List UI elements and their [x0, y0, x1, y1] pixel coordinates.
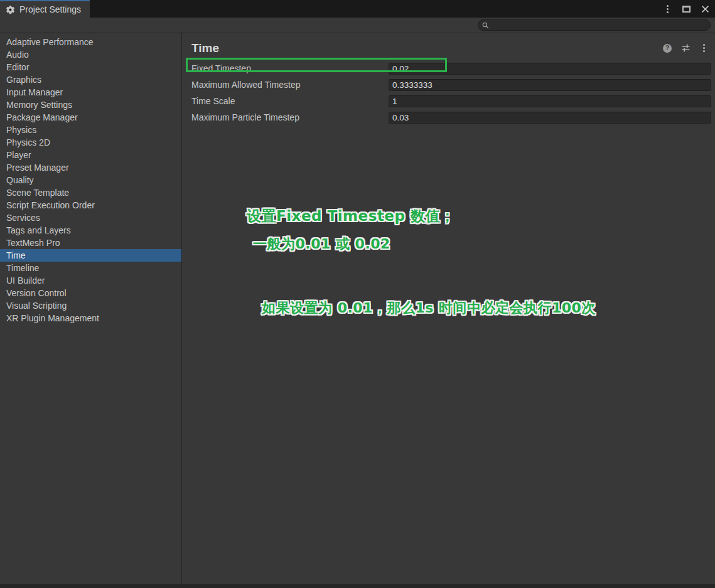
help-icon[interactable]: ?	[662, 43, 672, 53]
sidebar-item-physics-2d[interactable]: Physics 2D	[0, 136, 181, 149]
sidebar-item-tags-and-layers[interactable]: Tags and Layers	[0, 224, 181, 237]
maximum-particle-timestep-input[interactable]	[389, 112, 711, 124]
sidebar-item-label: Script Execution Order	[6, 200, 95, 210]
sidebar-item-adaptive-performance[interactable]: Adaptive Performance	[0, 36, 181, 48]
sidebar-item-scene-template[interactable]: Scene Template	[0, 186, 181, 199]
window-controls	[662, 0, 710, 18]
sidebar-item-memory-settings[interactable]: Memory Settings	[0, 99, 181, 111]
fields-container: Fixed Timestep Maximum Allowed Timestep …	[191, 60, 711, 126]
field-label: Fixed Timestep	[191, 63, 389, 73]
sidebar-item-label: Adaptive Performance	[6, 37, 94, 47]
sidebar-item-label: Tags and Layers	[6, 225, 71, 235]
sidebar-item-preset-manager[interactable]: Preset Manager	[0, 161, 181, 174]
title-bar: Project Settings	[0, 0, 715, 18]
sidebar-item-label: Graphics	[6, 75, 41, 85]
maximize-icon[interactable]	[681, 4, 691, 14]
sidebar-item-label: Preset Manager	[6, 163, 69, 173]
sidebar-item-label: Timeline	[6, 263, 39, 273]
settings-field-row: Maximum Particle Timestep	[191, 109, 711, 126]
sidebar-item-version-control[interactable]: Version Control	[0, 287, 181, 299]
panel-header: Time ?	[191, 33, 711, 60]
sidebar-item-editor[interactable]: Editor	[0, 61, 181, 73]
sidebar-item-audio[interactable]: Audio	[0, 48, 181, 61]
sidebar-item-label: Package Manager	[6, 112, 78, 122]
sidebar-item-visual-scripting[interactable]: Visual Scripting	[0, 299, 181, 312]
sidebar-item-xr-plugin-management[interactable]: XR Plugin Management	[0, 312, 181, 324]
sidebar-item-ui-builder[interactable]: UI Builder	[0, 274, 181, 287]
settings-toolbar	[0, 18, 715, 33]
sidebar-item-label: Editor	[6, 62, 30, 72]
window-title: Project Settings	[19, 4, 81, 14]
close-icon[interactable]	[700, 4, 710, 14]
search-input[interactable]	[492, 21, 706, 29]
sidebar-item-input-manager[interactable]: Input Manager	[0, 86, 181, 99]
window-bottom-edge	[0, 584, 715, 588]
sidebar-item-label: Physics	[6, 125, 36, 135]
tab-project-settings[interactable]: Project Settings	[0, 0, 90, 18]
annotation-execution-explanation: 如果设置为 0.01，那么1s 时间中必定会执行100次	[262, 299, 596, 318]
search-box[interactable]	[478, 19, 711, 31]
fixed-timestep-input[interactable]	[389, 63, 711, 75]
gear-icon	[6, 5, 15, 14]
sidebar-item-textmesh-pro[interactable]: TextMesh Pro	[0, 237, 181, 249]
header-icons: ?	[662, 43, 711, 53]
sidebar-item-player[interactable]: Player	[0, 149, 181, 161]
search-icon	[482, 22, 489, 29]
page-title: Time	[191, 41, 662, 55]
window-menu-kebab-icon[interactable]	[662, 4, 672, 14]
sidebar-item-label: Player	[6, 150, 31, 160]
sidebar-item-label: Version Control	[6, 288, 67, 298]
time-scale-input[interactable]	[389, 95, 711, 107]
sidebar-item-timeline[interactable]: Timeline	[0, 262, 181, 274]
sidebar-item-label: TextMesh Pro	[6, 238, 60, 248]
preset-sliders-icon[interactable]	[680, 43, 691, 53]
sidebar-item-label: XR Plugin Management	[6, 313, 99, 323]
sidebar-item-label: Physics 2D	[6, 137, 50, 147]
annotation-set-fixed-timestep: 设置Fixed Timestep 数值；	[247, 206, 454, 226]
sidebar-item-time[interactable]: Time	[0, 249, 181, 262]
sidebar-item-label: UI Builder	[6, 275, 45, 286]
field-label: Time Scale	[191, 96, 389, 106]
field-label: Maximum Allowed Timestep	[191, 80, 389, 90]
sidebar-item-label: Scene Template	[6, 188, 69, 198]
sidebar-item-label: Visual Scripting	[6, 301, 67, 311]
settings-field-row: Time Scale	[191, 93, 711, 109]
settings-sidebar: Adaptive Performance Audio Editor Graphi…	[0, 33, 182, 584]
sidebar-item-label: Input Manager	[6, 87, 63, 97]
sidebar-item-quality[interactable]: Quality	[0, 174, 181, 186]
sidebar-item-label: Services	[6, 213, 40, 223]
sidebar-item-services[interactable]: Services	[0, 211, 181, 224]
settings-field-row: Maximum Allowed Timestep	[191, 77, 711, 93]
sidebar-item-label: Quality	[6, 175, 34, 185]
maximum-allowed-timestep-input[interactable]	[389, 79, 711, 91]
sidebar-item-script-execution-order[interactable]: Script Execution Order	[0, 199, 181, 211]
sidebar-item-graphics[interactable]: Graphics	[0, 73, 181, 86]
annotation-typical-values: 一般为0.01 或 0.02	[253, 235, 390, 254]
settings-field-row: Fixed Timestep	[191, 60, 711, 77]
sidebar-item-label: Time	[6, 250, 26, 260]
sidebar-item-label: Memory Settings	[6, 100, 72, 110]
sidebar-item-label: Audio	[6, 50, 29, 60]
field-label: Maximum Particle Timestep	[191, 112, 389, 122]
kebab-menu-icon[interactable]	[699, 43, 709, 53]
sidebar-item-package-manager[interactable]: Package Manager	[0, 111, 181, 124]
sidebar-item-physics[interactable]: Physics	[0, 124, 181, 136]
